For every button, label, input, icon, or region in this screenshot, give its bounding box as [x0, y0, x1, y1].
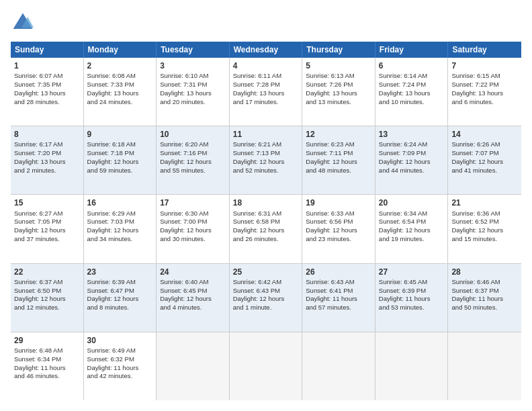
day-info-line: Daylight: 13 hours [87, 89, 153, 98]
week-row-4: 29Sunrise: 6:48 AMSunset: 6:34 PMDayligh… [11, 332, 521, 400]
empty-cell [302, 332, 375, 400]
day-cell-26: 26Sunrise: 6:43 AMSunset: 6:41 PMDayligh… [302, 264, 375, 332]
day-info-line: Daylight: 12 hours [160, 158, 226, 167]
day-cell-11: 11Sunrise: 6:21 AMSunset: 7:13 PMDayligh… [230, 126, 303, 194]
day-info-line: Sunset: 7:26 PM [306, 81, 371, 89]
day-info-line: Sunset: 7:24 PM [379, 81, 445, 89]
day-info-line: Sunrise: 6:46 AM [451, 278, 518, 287]
day-info-line: and 41 minutes. [451, 167, 518, 175]
day-info-line: Sunrise: 6:34 AM [379, 210, 445, 218]
day-info-line: Sunrise: 6:13 AM [306, 72, 371, 81]
day-info-line: Sunrise: 6:17 AM [14, 140, 80, 149]
day-info-line: and 6 minutes. [451, 98, 518, 107]
day-info-line: Sunrise: 6:14 AM [379, 72, 445, 81]
day-info-line: Sunset: 7:18 PM [87, 149, 153, 158]
day-info-line: Daylight: 13 hours [160, 89, 226, 98]
header-day-sunday: Sunday [11, 42, 84, 58]
day-info-line: and 46 minutes. [14, 372, 80, 381]
day-info-line: Sunset: 7:31 PM [160, 81, 226, 89]
day-info-line: and 17 minutes. [233, 98, 299, 107]
day-info-line: Daylight: 13 hours [451, 89, 518, 98]
day-cell-1: 1Sunrise: 6:07 AMSunset: 7:35 PMDaylight… [11, 58, 84, 126]
day-info-line: Daylight: 12 hours [233, 158, 299, 167]
day-info-line: Sunset: 6:32 PM [87, 355, 153, 364]
day-cell-18: 18Sunrise: 6:31 AMSunset: 6:58 PMDayligh… [230, 195, 303, 263]
day-info-line: and 52 minutes. [233, 167, 299, 175]
day-info-line: and 24 minutes. [87, 98, 153, 107]
day-info-line: and 26 minutes. [233, 235, 299, 244]
day-info-line: and 30 minutes. [160, 235, 226, 244]
day-cell-30: 30Sunrise: 6:49 AMSunset: 6:32 PMDayligh… [84, 332, 157, 400]
day-info-line: Sunrise: 6:20 AM [160, 140, 226, 149]
day-info-line: Sunset: 6:52 PM [451, 218, 518, 226]
day-info-line: Daylight: 11 hours [306, 295, 371, 304]
day-info-line: Sunset: 6:34 PM [14, 355, 80, 364]
header-day-friday: Friday [375, 42, 449, 58]
day-number: 9 [87, 129, 153, 140]
week-row-0: 1Sunrise: 6:07 AMSunset: 7:35 PMDaylight… [11, 58, 521, 126]
week-row-2: 15Sunrise: 6:27 AMSunset: 7:05 PMDayligh… [11, 195, 521, 263]
calendar: SundayMondayTuesdayWednesdayThursdayFrid… [11, 42, 521, 400]
calendar-header: SundayMondayTuesdayWednesdayThursdayFrid… [11, 42, 521, 58]
day-info-line: Sunset: 6:50 PM [14, 287, 80, 295]
day-number: 10 [160, 129, 226, 140]
day-info-line: and 4 minutes. [160, 304, 226, 312]
day-info-line: Sunrise: 6:23 AM [306, 140, 371, 149]
day-cell-4: 4Sunrise: 6:11 AMSunset: 7:28 PMDaylight… [230, 58, 303, 126]
day-info-line: and 2 minutes. [14, 167, 80, 175]
day-info-line: Sunset: 7:22 PM [451, 81, 518, 89]
day-cell-12: 12Sunrise: 6:23 AMSunset: 7:11 PMDayligh… [302, 126, 375, 194]
day-info-line: Sunrise: 6:18 AM [87, 140, 153, 149]
page: SundayMondayTuesdayWednesdayThursdayFrid… [0, 0, 532, 411]
day-cell-2: 2Sunrise: 6:08 AMSunset: 7:33 PMDaylight… [84, 58, 157, 126]
day-cell-15: 15Sunrise: 6:27 AMSunset: 7:05 PMDayligh… [11, 195, 84, 263]
day-info-line: Sunrise: 6:33 AM [306, 210, 371, 218]
day-number: 4 [233, 60, 299, 71]
day-cell-28: 28Sunrise: 6:46 AMSunset: 6:37 PMDayligh… [448, 264, 521, 332]
day-info-line: Daylight: 13 hours [379, 89, 445, 98]
day-info-line: Sunrise: 6:29 AM [87, 210, 153, 218]
day-number: 22 [14, 267, 80, 277]
day-info-line: Daylight: 12 hours [379, 226, 445, 235]
day-info-line: Sunset: 6:56 PM [306, 218, 371, 226]
day-info-line: Daylight: 12 hours [306, 158, 371, 167]
day-info-line: and 34 minutes. [87, 235, 153, 244]
day-info-line: Sunrise: 6:37 AM [14, 278, 80, 287]
day-info-line: Sunrise: 6:48 AM [14, 347, 80, 355]
day-info-line: and 1 minute. [233, 304, 299, 312]
day-info-line: Sunrise: 6:30 AM [160, 210, 226, 218]
day-info-line: Sunset: 6:39 PM [379, 287, 445, 295]
day-info-line: Sunset: 7:03 PM [87, 218, 153, 226]
day-number: 17 [160, 197, 226, 208]
empty-cell [375, 332, 449, 400]
day-info-line: Daylight: 11 hours [379, 295, 445, 304]
header-day-saturday: Saturday [448, 42, 521, 58]
header-day-thursday: Thursday [302, 42, 375, 58]
day-number: 29 [14, 335, 80, 346]
day-number: 3 [160, 60, 226, 71]
day-info-line: Daylight: 13 hours [233, 89, 299, 98]
day-info-line: Sunrise: 6:07 AM [14, 72, 80, 81]
day-info-line: and 42 minutes. [87, 372, 153, 381]
week-row-1: 8Sunrise: 6:17 AMSunset: 7:20 PMDaylight… [11, 126, 521, 195]
day-number: 20 [379, 197, 445, 208]
day-info-line: Sunset: 6:43 PM [233, 287, 299, 295]
day-info-line: Sunset: 6:41 PM [306, 287, 371, 295]
day-info-line: and 50 minutes. [451, 304, 518, 312]
day-number: 1 [14, 60, 80, 71]
day-number: 27 [379, 267, 445, 277]
day-info-line: Sunrise: 6:24 AM [379, 140, 445, 149]
day-info-line: Sunrise: 6:31 AM [233, 210, 299, 218]
day-info-line: Sunrise: 6:49 AM [87, 347, 153, 355]
day-info-line: and 55 minutes. [160, 167, 226, 175]
day-info-line: and 44 minutes. [379, 167, 445, 175]
day-number: 19 [306, 197, 371, 208]
day-number: 7 [451, 60, 518, 71]
day-info-line: and 28 minutes. [14, 98, 80, 107]
day-number: 8 [14, 129, 80, 140]
day-cell-6: 6Sunrise: 6:14 AMSunset: 7:24 PMDaylight… [375, 58, 449, 126]
day-info-line: Sunset: 6:54 PM [379, 218, 445, 226]
day-info-line: Sunset: 6:58 PM [233, 218, 299, 226]
day-info-line: Daylight: 12 hours [14, 295, 80, 304]
day-cell-16: 16Sunrise: 6:29 AMSunset: 7:03 PMDayligh… [84, 195, 157, 263]
